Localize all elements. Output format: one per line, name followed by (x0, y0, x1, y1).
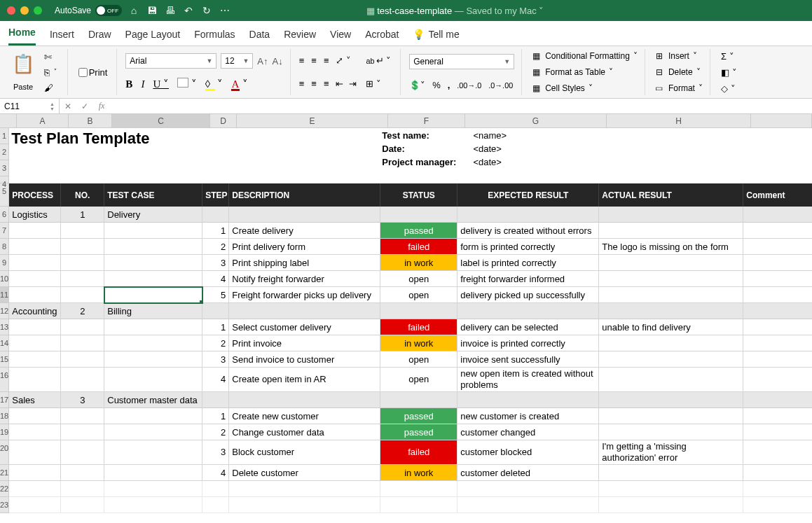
increase-font-icon[interactable]: A↑ (257, 56, 268, 67)
fill-button[interactable]: ◧ ˅ (719, 67, 739, 78)
tab-draw[interactable]: Draw (88, 29, 111, 46)
table-row[interactable]: 3Block customerfailedcustomer blockedI'm… (9, 440, 812, 465)
undo-icon[interactable]: ↶ (182, 5, 195, 16)
row-header[interactable]: 18 (0, 408, 9, 424)
borders-button[interactable]: ˅ (177, 78, 197, 90)
underline-button[interactable]: U ˅ (153, 78, 169, 90)
table-row[interactable]: 3Print shipping labelin worklabel is pri… (9, 255, 812, 271)
cell[interactable] (104, 255, 202, 271)
row-header[interactable]: 13 (0, 319, 9, 335)
tab-formulas[interactable]: Formulas (194, 29, 235, 46)
cell[interactable] (104, 271, 202, 287)
print-checkbox[interactable]: Print (76, 67, 110, 78)
table-row[interactable]: 4Delete customerin workcustomer deleted (9, 465, 812, 481)
font-color-button[interactable]: A ˅ (231, 78, 248, 91)
row-header[interactable]: 21 (0, 465, 9, 481)
tab-acrobat[interactable]: Acrobat (365, 29, 399, 46)
font-family-dropdown[interactable]: Arial▼ (125, 53, 216, 69)
tell-me[interactable]: 💡Tell me (413, 29, 459, 46)
col-header[interactable]: B (69, 114, 112, 127)
row-header[interactable]: 19 (0, 424, 9, 440)
table-row[interactable] (9, 497, 812, 513)
col-header[interactable]: A (17, 114, 69, 127)
row-header[interactable]: 23 (0, 497, 9, 513)
cancel-formula-icon[interactable]: ✕ (60, 102, 76, 111)
worksheet-grid[interactable]: Test Plan TemplateTest name:<name>Date:<… (9, 128, 812, 513)
align-center-icon[interactable]: ≡ (311, 78, 317, 89)
tab-page-layout[interactable]: Page Layout (125, 29, 181, 46)
row-header[interactable]: 10 (0, 271, 9, 287)
print-icon[interactable]: 🖶 (164, 5, 177, 16)
row-header[interactable]: 20 (0, 440, 9, 465)
tab-insert[interactable]: Insert (50, 29, 74, 46)
cell[interactable]: Delivery (104, 207, 202, 223)
format-button[interactable]: ▭Format ˅ (654, 83, 703, 93)
align-left-icon[interactable]: ≡ (299, 78, 305, 89)
col-header[interactable]: C (112, 114, 210, 127)
cell[interactable] (104, 368, 202, 392)
decrease-decimal-icon[interactable]: .0→.00 (488, 80, 513, 90)
percent-button[interactable]: % (432, 80, 441, 90)
italic-button[interactable]: I (141, 78, 144, 90)
insert-button[interactable]: ⊞Insert ˅ (654, 51, 703, 61)
row-header[interactable]: 17 (0, 392, 9, 408)
cell[interactable] (104, 408, 202, 424)
font-size-dropdown[interactable]: 12▼ (221, 53, 253, 69)
align-right-icon[interactable]: ≡ (324, 78, 329, 89)
paste-icon[interactable]: 📋 (12, 53, 34, 75)
cell[interactable] (104, 287, 202, 303)
row-header[interactable]: 1 (0, 128, 9, 144)
accept-formula-icon[interactable]: ✓ (76, 102, 93, 111)
autosum-button[interactable]: Σ ˅ (719, 50, 739, 62)
cell[interactable] (104, 440, 202, 465)
align-top-icon[interactable]: ≡ (299, 55, 305, 66)
clear-button[interactable]: ◇ ˅ (719, 83, 739, 95)
increase-indent-icon[interactable]: ⇥ (349, 78, 357, 89)
table-group-row[interactable]: Sales3Customer master data (9, 392, 812, 408)
tab-data[interactable]: Data (249, 29, 270, 46)
cell[interactable] (104, 351, 202, 368)
cell[interactable] (104, 424, 202, 440)
increase-decimal-icon[interactable]: .00→.0 (457, 80, 481, 90)
table-row[interactable]: 5Freight forwarder picks up deliveryopen… (9, 287, 812, 303)
orientation-button[interactable]: ⤢ ˅ (336, 55, 351, 66)
format-as-table-button[interactable]: ▦Format as Table ˅ (530, 67, 638, 77)
tab-view[interactable]: View (330, 29, 351, 46)
cell[interactable] (104, 319, 202, 335)
cell[interactable] (104, 223, 202, 239)
comma-button[interactable]: , (448, 80, 450, 90)
row-header[interactable]: 14 (0, 335, 9, 351)
row-header[interactable]: 12 (0, 303, 9, 319)
table-row[interactable]: 1Create new customerpassednew customer i… (9, 408, 812, 424)
merge-button[interactable]: ⊞ ˅ (364, 78, 393, 90)
save-icon[interactable]: 💾︎ (146, 5, 158, 16)
tab-review[interactable]: Review (284, 29, 316, 46)
table-row[interactable]: 1Select customer deliveryfaileddelivery … (9, 319, 812, 335)
table-row[interactable]: 3Send invoice to customeropeninvoice sen… (9, 351, 812, 368)
wrap-text-button[interactable]: ab↵ ˅ (364, 55, 393, 67)
table-row[interactable]: 2Print invoicein workinvoice is printed … (9, 335, 812, 351)
table-row[interactable]: 4Create open item in ARopennew open item… (9, 368, 812, 392)
row-header[interactable]: 22 (0, 481, 9, 497)
delete-button[interactable]: ⊟Delete ˅ (654, 67, 703, 77)
col-header[interactable]: G (465, 114, 607, 127)
col-header[interactable]: E (237, 114, 388, 127)
currency-button[interactable]: 💲˅ (409, 80, 425, 90)
decrease-font-icon[interactable]: A↓ (273, 56, 283, 67)
align-middle-icon[interactable]: ≡ (311, 55, 317, 66)
table-group-row[interactable]: Logistics1Delivery (9, 207, 812, 223)
table-row[interactable]: 2Change customer datapassedcustomer chan… (9, 424, 812, 440)
align-bottom-icon[interactable]: ≡ (324, 55, 329, 66)
format-painter-icon[interactable]: 🖌 (42, 82, 60, 94)
home-icon[interactable]: ⌂ (128, 5, 140, 16)
conditional-formatting-button[interactable]: ▦Conditional Formatting ˅ (530, 51, 638, 61)
row-header[interactable]: 5 (0, 183, 9, 207)
redo-icon[interactable]: ↻ (200, 5, 213, 16)
row-header[interactable]: 11 (0, 287, 9, 303)
table-row[interactable]: 4Notify freight forwarderopenfreight for… (9, 271, 812, 287)
col-header[interactable]: D (210, 114, 237, 127)
col-header[interactable]: H (607, 114, 751, 127)
table-row[interactable] (9, 481, 812, 497)
cell[interactable] (104, 239, 202, 255)
cell[interactable] (104, 465, 202, 481)
